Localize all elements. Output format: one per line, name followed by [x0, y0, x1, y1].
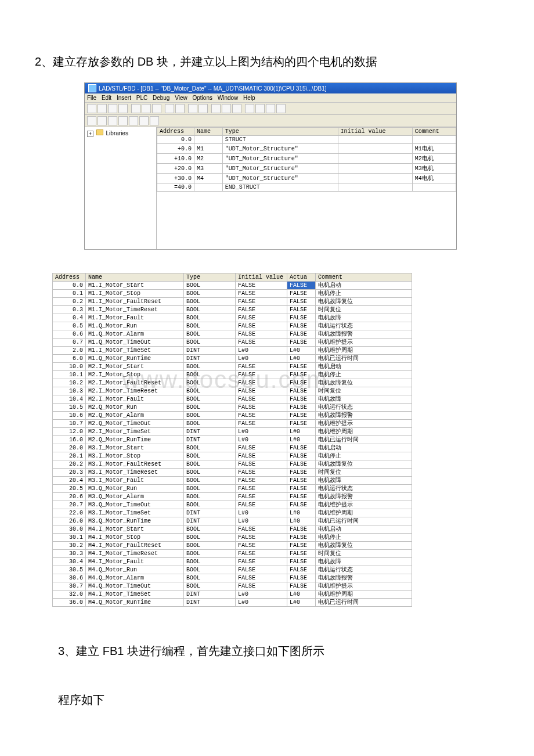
menu-edit[interactable]: Edit [102, 95, 111, 101]
toolbar-button[interactable] [108, 104, 117, 113]
cell-comment: M3电机 [412, 164, 456, 174]
table-row[interactable]: 0.0STRUCT [157, 136, 456, 144]
cell-comment: 电机维护周期 [316, 428, 412, 436]
toolbar-button[interactable] [131, 104, 140, 113]
toolbar-button[interactable] [255, 104, 265, 113]
table-row[interactable]: +30.0M4"UDT_Motor_Structure"M4电机 [157, 174, 456, 183]
menu-help[interactable]: Help [243, 95, 255, 101]
toolbar-button[interactable] [118, 104, 128, 113]
toolbar-button[interactable] [188, 104, 197, 113]
toolbar-button[interactable] [266, 104, 275, 113]
table-row[interactable]: 30.6M4.Q_Motor_AlarmBOOLFALSEFALSE电机故障报警 [53, 574, 412, 582]
table-row[interactable]: 32.0M4.I_Motor_TimeSetDINTL#0L#0电机维护周期 [53, 591, 412, 599]
table-row[interactable]: 12.0M2.I_Motor_TimeSetDINTL#0L#0电机维护周期 [53, 428, 412, 436]
table-row[interactable]: 6.0M1.Q_Motor_RunTimeDINTL#0L#0电机已运行时间 [53, 355, 412, 363]
toolbar-button[interactable] [165, 104, 174, 113]
toolbar-button[interactable] [152, 104, 161, 113]
col-name[interactable]: Name [194, 128, 223, 136]
menu-debug[interactable]: Debug [153, 95, 169, 101]
table-row[interactable]: 10.1M2.I_Motor_StopBOOLFALSEFALSE电机停止 [53, 371, 412, 379]
toolbar-button[interactable] [150, 116, 159, 125]
tree-pane[interactable]: + Libraries [85, 127, 157, 249]
table-row[interactable]: 30.2M4.I_Motor_FaultResetBOOLFALSEFALSE电… [53, 542, 412, 550]
table-row[interactable]: 20.0M3.I_Motor_StartBOOLFALSEFALSE电机启动 [53, 444, 412, 452]
table-row[interactable]: 20.1M3.I_Motor_StopBOOLFALSEFALSE电机停止 [53, 452, 412, 460]
toolbar-button[interactable] [222, 104, 231, 113]
table-row[interactable]: 0.6M1.Q_Motor_AlarmBOOLFALSEFALSE电机故障报警 [53, 330, 412, 339]
menu-file[interactable]: File [87, 95, 96, 101]
struct-grid[interactable]: Address Name Type Initial value Comment … [157, 127, 456, 249]
col-initial-value[interactable]: Initial value [236, 273, 287, 282]
table-row[interactable]: 30.7M4.Q_Motor_TimeOutBOOLFALSEFALSE电机维护… [53, 582, 412, 591]
toolbar-button[interactable] [87, 104, 96, 113]
table-row[interactable]: 10.7M2.Q_Motor_TimeOutBOOLFALSEFALSE电机维护… [53, 420, 412, 428]
table-row[interactable]: 10.4M2.I_Motor_FaultBOOLFALSEFALSE电机故障 [53, 395, 412, 404]
toolbar-button[interactable] [142, 104, 151, 113]
table-row[interactable]: +0.0M1"UDT_Motor_Structure"M1电机 [157, 144, 456, 154]
toolbar-1 [85, 103, 456, 115]
toolbar-button[interactable] [87, 116, 96, 125]
tree-item-libraries[interactable]: + Libraries [87, 129, 154, 137]
table-row[interactable]: 26.0M3.Q_Motor_RunTimeDINTL#0L#0电机已运行时间 [53, 517, 412, 525]
toolbar-button[interactable] [199, 104, 208, 113]
table-row[interactable]: 0.7M1.Q_Motor_TimeOutBOOLFALSEFALSE电机维护提… [53, 339, 412, 347]
col-address[interactable]: Address [157, 128, 194, 136]
toolbar-button[interactable] [118, 116, 128, 125]
table-row[interactable]: 10.5M2.Q_Motor_RunBOOLFALSEFALSE电机运行状态 [53, 404, 412, 412]
table-row[interactable]: 30.5M4.Q_Motor_RunBOOLFALSEFALSE电机运行状态 [53, 566, 412, 574]
table-row[interactable]: 10.0M2.I_Motor_StartBOOLFALSEFALSE电机启动 [53, 363, 412, 371]
toolbar-button[interactable] [98, 104, 107, 113]
col-name[interactable]: Name [86, 273, 184, 282]
menu-view[interactable]: View [175, 95, 187, 101]
table-row[interactable]: 22.0M3.I_Motor_TimeSetDINTL#0L#0电机维护周期 [53, 509, 412, 517]
table-row[interactable]: 20.7M3.Q_Motor_TimeOutBOOLFALSEFALSE电机维护… [53, 501, 412, 509]
table-row[interactable]: =40.0END_STRUCT [157, 183, 456, 192]
table-row[interactable]: 20.4M3.I_Motor_FaultBOOLFALSEFALSE电机故障 [53, 477, 412, 485]
toolbar-button[interactable] [129, 116, 138, 125]
table-row[interactable]: 16.0M2.Q_Motor_RunTimeDINTL#0L#0电机已运行时间 [53, 436, 412, 444]
col-actual[interactable]: Actua [287, 273, 316, 282]
col-type[interactable]: Type [184, 273, 236, 282]
table-row[interactable]: 10.6M2.Q_Motor_AlarmBOOLFALSEFALSE电机故障报警 [53, 412, 412, 420]
table-row[interactable]: +10.0M2"UDT_Motor_Structure"M2电机 [157, 154, 456, 164]
table-row[interactable]: 20.3M3.I_Motor_TimeResetBOOLFALSEFALSE时间… [53, 469, 412, 477]
menu-insert[interactable]: Insert [117, 95, 131, 101]
table-row[interactable]: 30.1M4.I_Motor_StopBOOLFALSEFALSE电机停止 [53, 534, 412, 542]
menu-options[interactable]: Options [192, 95, 212, 101]
table-row[interactable]: 0.5M1.Q_Motor_RunBOOLFALSEFALSE电机运行状态 [53, 322, 412, 330]
table-row[interactable]: 20.5M3.Q_Motor_RunBOOLFALSEFALSE电机运行状态 [53, 485, 412, 493]
table-row[interactable]: 30.4M4.I_Motor_FaultBOOLFALSEFALSE电机故障 [53, 558, 412, 566]
table-row[interactable]: 0.1M1.I_Motor_StopBOOLFALSEFALSE电机停止 [53, 290, 412, 298]
toolbar-button[interactable] [108, 116, 117, 125]
toolbar-button[interactable] [211, 104, 221, 113]
expand-icon[interactable]: + [87, 131, 93, 137]
table-row[interactable]: 30.0M4.I_Motor_StartBOOLFALSEFALSE电机启动 [53, 525, 412, 534]
table-row[interactable]: 20.2M3.I_Motor_FaultResetBOOLFALSEFALSE电… [53, 460, 412, 469]
table-row[interactable]: 10.3M2.I_Motor_TimeResetBOOLFALSEFALSE时间… [53, 387, 412, 395]
menu-plc[interactable]: PLC [136, 95, 147, 101]
table-row[interactable]: 0.2M1.I_Motor_FaultResetBOOLFALSEFALSE电机… [53, 298, 412, 306]
toolbar-button[interactable] [245, 104, 254, 113]
menu-window[interactable]: Window [218, 95, 239, 101]
table-row[interactable]: 20.6M3.Q_Motor_AlarmBOOLFALSEFALSE电机故障报警 [53, 493, 412, 501]
col-comment[interactable]: Comment [316, 273, 412, 282]
table-row[interactable]: 36.0M4.Q_Motor_RunTimeDINTL#0L#0电机已运行时间 [53, 599, 412, 607]
table-row[interactable]: 0.0M1.I_Motor_StartBOOLFALSEFALSE电机启动 [53, 282, 412, 290]
col-type[interactable]: Type [222, 128, 338, 136]
table-row[interactable]: 0.4M1.I_Motor_FaultBOOLFALSEFALSE电机故障 [53, 314, 412, 322]
menu-bar[interactable]: File Edit Insert PLC Debug View Options … [85, 93, 456, 103]
table-row[interactable]: 2.0M1.I_Motor_TimeSetDINTL#0L#0电机维护周期 [53, 347, 412, 355]
toolbar-button[interactable] [139, 116, 149, 125]
col-address[interactable]: Address [53, 273, 86, 282]
table-row[interactable]: 30.3M4.I_Motor_TimeResetBOOLFALSEFALSE时间… [53, 550, 412, 558]
table-row[interactable]: 0.3M1.I_Motor_TimeResetBOOLFALSEFALSE时间复… [53, 306, 412, 314]
table-row[interactable]: +20.0M3"UDT_Motor_Structure"M3电机 [157, 164, 456, 174]
col-comment[interactable]: Comment [412, 128, 456, 136]
toolbar-button[interactable] [175, 104, 185, 113]
toolbar-button[interactable] [98, 116, 107, 125]
toolbar-button[interactable] [276, 104, 286, 113]
table-row[interactable]: 10.2M2.I_Motor_FaultResetBOOLFALSEFALSE电… [53, 379, 412, 387]
toolbar-button[interactable] [232, 104, 241, 113]
detail-table[interactable]: Address Name Type Initial value Actua Co… [52, 273, 412, 607]
col-initial-value[interactable]: Initial value [338, 128, 412, 136]
